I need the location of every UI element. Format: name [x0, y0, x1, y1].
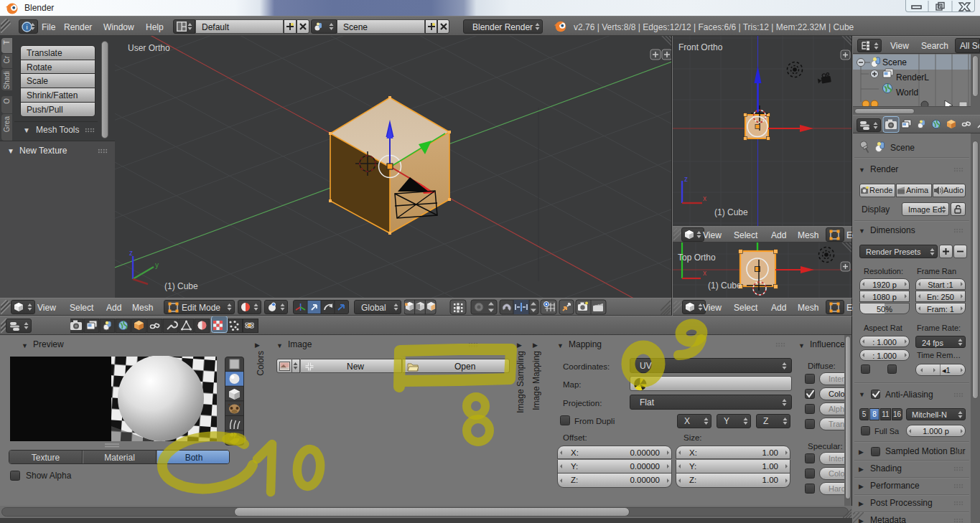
svg-text:(1) Cube: (1) Cube: [708, 281, 742, 291]
svg-text:T: T: [3, 40, 11, 44]
svg-text:x: x: [703, 194, 706, 202]
svg-text:Shadi: Shadi: [3, 71, 11, 90]
svg-text:User Ortho: User Ortho: [128, 43, 170, 53]
svg-text:i: i: [27, 24, 28, 31]
svg-text:O: O: [3, 98, 11, 104]
svg-text:World: World: [896, 88, 918, 98]
svg-text:Cr: Cr: [3, 55, 11, 63]
svg-text:Scene: Scene: [882, 57, 907, 67]
svg-text:z: z: [684, 175, 688, 183]
svg-text:y: y: [155, 261, 159, 269]
svg-text:(1) Cube: (1) Cube: [714, 207, 748, 217]
svg-text:Grea: Grea: [3, 116, 11, 133]
svg-text:x: x: [703, 269, 706, 277]
svg-text:Front Ortho: Front Ortho: [678, 42, 723, 52]
svg-text:Top Ortho: Top Ortho: [678, 253, 716, 263]
svg-text:z: z: [129, 249, 133, 257]
svg-text:(1) Cube: (1) Cube: [164, 281, 198, 291]
svg-text:RenderL: RenderL: [896, 72, 929, 83]
